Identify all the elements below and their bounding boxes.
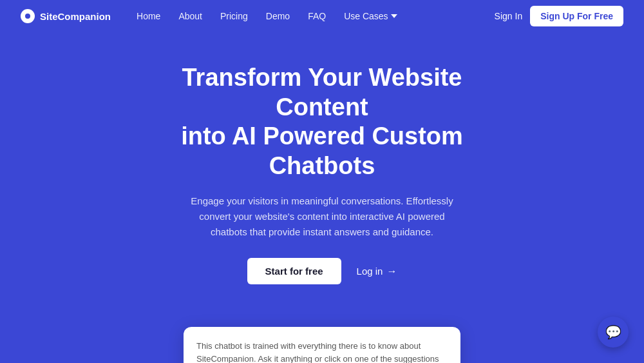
- logo[interactable]: SiteCompanion: [21, 9, 111, 23]
- hero-buttons: Start for free Log in →: [21, 258, 623, 284]
- arrow-icon: →: [386, 266, 397, 277]
- sign-in-button[interactable]: Sign In: [495, 11, 523, 21]
- nav-demo[interactable]: Demo: [266, 11, 290, 21]
- nav-about[interactable]: About: [178, 11, 202, 21]
- nav-pricing[interactable]: Pricing: [220, 11, 248, 21]
- nav-links: Home About Pricing Demo FAQ Use Cases: [137, 11, 495, 21]
- logo-icon: [21, 9, 35, 23]
- sign-up-button[interactable]: Sign Up For Free: [530, 6, 623, 26]
- logo-text: SiteCompanion: [40, 11, 111, 22]
- log-in-button[interactable]: Log in →: [357, 266, 397, 277]
- chat-description: This chatbot is trained with everything …: [196, 340, 448, 363]
- hero-title: Transform Your Website Content into AI P…: [142, 63, 502, 181]
- hero-subtitle: Engage your visitors in meaningful conve…: [187, 193, 457, 240]
- chat-widget-wrapper: This chatbot is trained with everything …: [0, 327, 644, 363]
- chevron-down-icon: [391, 14, 397, 18]
- nav-use-cases[interactable]: Use Cases: [344, 11, 397, 21]
- nav-faq[interactable]: FAQ: [308, 11, 326, 21]
- navbar: SiteCompanion Home About Pricing Demo FA…: [0, 0, 644, 32]
- navbar-actions: Sign In Sign Up For Free: [495, 6, 623, 26]
- logo-icon-inner: [25, 14, 30, 19]
- chat-widget: This chatbot is trained with everything …: [184, 327, 460, 363]
- chat-fab-button[interactable]: 💬: [598, 317, 629, 348]
- start-for-free-button[interactable]: Start for free: [247, 258, 341, 284]
- hero-section: Transform Your Website Content into AI P…: [0, 32, 644, 327]
- chat-fab-icon: 💬: [605, 324, 621, 340]
- nav-home[interactable]: Home: [137, 11, 160, 21]
